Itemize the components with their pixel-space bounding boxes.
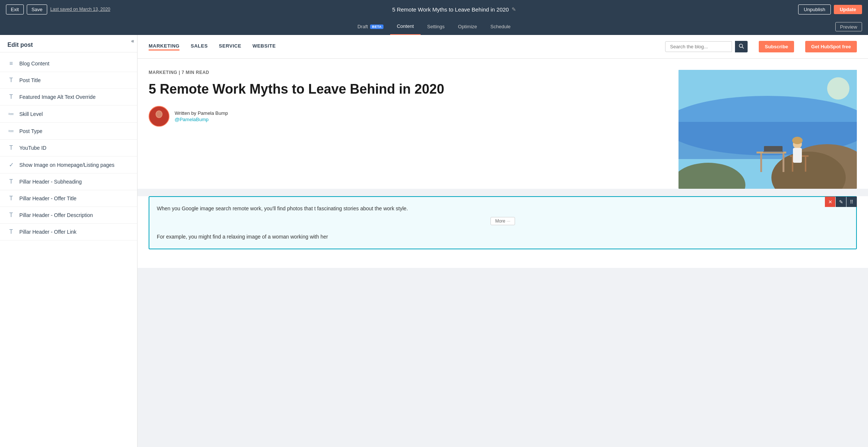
blog-search-button[interactable] [735, 41, 748, 52]
sidebar-label-youtube-id: YouTube ID [19, 145, 46, 151]
sidebar-item-pillar-offer-description[interactable]: T Pillar Header - Offer Description [0, 207, 137, 224]
sidebar-label-pillar-subheading: Pillar Header - Subheading [19, 179, 82, 185]
svg-rect-19 [763, 151, 783, 152]
sidebar-item-featured-image-alt[interactable]: T Featured Image Alt Text Override [0, 89, 137, 106]
written-by-label: Written by [175, 110, 196, 116]
sidebar-item-show-image[interactable]: ✓ Show Image on Homepage/Listing pages [0, 156, 137, 174]
sidebar-label-post-title: Post Title [19, 77, 41, 83]
page-title: 5 Remote Work Myths to Leave Behind in 2… [392, 6, 516, 13]
blog-nav-sales[interactable]: SALES [191, 43, 208, 51]
author-block: Written by Pamela Bump @PamelaBump [149, 106, 667, 127]
blog-nav-website[interactable]: WEBSITE [252, 43, 276, 51]
last-saved-label: Last saved on March 13, 2020 [50, 7, 110, 12]
subscribe-button[interactable]: Subscribe [759, 41, 794, 52]
author-name: Pamela Bump [198, 110, 228, 116]
blog-nav-service[interactable]: SERVICE [219, 43, 241, 51]
sidebar-item-pillar-offer-link[interactable]: T Pillar Header - Offer Link [0, 224, 137, 240]
article-title: 5 Remote Work Myths to Leave Behind in 2… [149, 81, 667, 97]
article-meta: MARKETING | 7 MIN READ [149, 70, 667, 75]
tab-draft-label: Draft [357, 24, 368, 29]
collapse-button[interactable]: « [131, 38, 134, 44]
svg-point-5 [156, 111, 162, 117]
article-wrapper: MARKETING | 7 MIN READ 5 Remote Work Myt… [137, 59, 868, 189]
show-image-icon: ✓ [7, 161, 15, 168]
blog-nav-marketing[interactable]: MARKETING [149, 43, 179, 51]
sidebar-label-show-image: Show Image on Homepage/Listing pages [19, 162, 114, 168]
sidebar-items: ≡ Blog Content T Post Title T Featured I… [0, 52, 137, 243]
more-label: More [495, 218, 505, 224]
sidebar-label-pillar-offer-link: Pillar Header - Offer Link [19, 229, 77, 235]
blog-content-icon: ≡ [7, 60, 15, 67]
featured-image-alt-icon: T [7, 94, 15, 100]
more-dots: ··· [506, 218, 510, 224]
blog-search-area [665, 41, 748, 52]
youtube-id-icon: T [7, 145, 15, 151]
pillar-subheading-icon: T [7, 178, 15, 185]
sidebar-label-post-type: Post Type [19, 128, 42, 134]
blog-nav: MARKETING SALES SERVICE WEBSITE Subscrib… [137, 35, 868, 59]
sidebar-item-blog-content[interactable]: ≡ Blog Content [0, 55, 137, 72]
left-panel: « Edit post ≡ Blog Content T Post Title … [0, 35, 137, 447]
sidebar-item-post-title[interactable]: T Post Title [0, 72, 137, 89]
pillar-offer-link-icon: T [7, 229, 15, 235]
svg-point-22 [792, 137, 803, 144]
author-written-by: Written by Pamela Bump [175, 110, 228, 116]
sidebar-label-featured-image-alt: Featured Image Alt Text Override [19, 94, 95, 100]
svg-rect-17 [805, 157, 806, 172]
tab-schedule[interactable]: Schedule [484, 19, 517, 35]
editable-paragraph-1: When you Google image search remote work… [157, 204, 849, 213]
sidebar-label-pillar-offer-description: Pillar Header - Offer Description [19, 212, 93, 218]
tab-settings-label: Settings [427, 24, 445, 29]
svg-rect-21 [793, 148, 802, 163]
main-content: MARKETING SALES SERVICE WEBSITE Subscrib… [137, 35, 868, 447]
pillar-offer-description-icon: T [7, 212, 15, 218]
exit-button[interactable]: Exit [6, 4, 24, 14]
editable-close-button[interactable]: ✕ [825, 197, 835, 207]
blog-nav-links: MARKETING SALES SERVICE WEBSITE [149, 43, 654, 51]
tab-draft[interactable]: Draft BETA [351, 19, 390, 35]
top-bar-right: Unpublish Update [798, 4, 862, 14]
sidebar-label-pillar-offer-title: Pillar Header - Offer Title [19, 195, 77, 201]
save-button[interactable]: Save [27, 4, 48, 14]
editable-edit-button[interactable]: ✎ [836, 197, 846, 207]
svg-point-23 [827, 77, 849, 100]
pillar-offer-title-icon: T [7, 195, 15, 202]
sidebar-item-post-type[interactable]: ≔ Post Type [0, 123, 137, 140]
post-type-icon: ≔ [7, 127, 15, 135]
author-avatar-image [149, 106, 169, 127]
tab-content[interactable]: Content [390, 19, 421, 35]
page-title-text: 5 Remote Work Myths to Leave Behind in 2… [392, 6, 509, 13]
sidebar-item-skill-level[interactable]: ≔ Skill Level [0, 106, 137, 123]
post-title-icon: T [7, 77, 15, 84]
tab-settings[interactable]: Settings [421, 19, 451, 35]
blog-search-input[interactable] [665, 41, 732, 52]
top-bar-center: 5 Remote Work Myths to Leave Behind in 2… [392, 6, 516, 13]
article-featured-image [678, 70, 857, 189]
tab-content-label: Content [397, 23, 414, 29]
unpublish-button[interactable]: Unpublish [798, 4, 831, 14]
top-bar-left: Exit Save Last saved on March 13, 2020 [6, 4, 110, 14]
sidebar-label-blog-content: Blog Content [19, 61, 49, 67]
sidebar-item-pillar-offer-title[interactable]: T Pillar Header - Offer Title [0, 190, 137, 207]
edit-title-icon[interactable]: ✎ [512, 6, 516, 12]
editable-toolbar: ✕ ✎ ⠿ [825, 197, 857, 207]
edit-post-title: Edit post [0, 35, 137, 52]
tab-optimize[interactable]: Optimize [451, 19, 484, 35]
author-handle[interactable]: @PamelaBump [175, 117, 228, 122]
skill-level-icon: ≔ [7, 110, 15, 117]
sidebar-item-pillar-subheading[interactable]: T Pillar Header - Subheading [0, 174, 137, 190]
preview-button[interactable]: Preview [835, 22, 862, 31]
update-button[interactable]: Update [834, 5, 862, 14]
sidebar-item-youtube-id[interactable]: T YouTube ID [0, 140, 137, 156]
editable-drag-button[interactable]: ⠿ [846, 197, 857, 207]
svg-rect-13 [760, 153, 762, 172]
author-avatar [149, 106, 169, 127]
author-info: Written by Pamela Bump @PamelaBump [175, 110, 228, 122]
text-block: ✕ ✎ ⠿ When you Google image search remot… [137, 196, 868, 268]
more-button[interactable]: More ··· [490, 217, 515, 225]
app-body: « Edit post ≡ Blog Content T Post Title … [0, 35, 868, 447]
svg-rect-14 [783, 153, 784, 172]
svg-line-1 [742, 47, 744, 49]
editable-text-block[interactable]: ✕ ✎ ⠿ When you Google image search remot… [149, 196, 857, 249]
get-hubspot-button[interactable]: Get HubSpot free [805, 41, 857, 52]
